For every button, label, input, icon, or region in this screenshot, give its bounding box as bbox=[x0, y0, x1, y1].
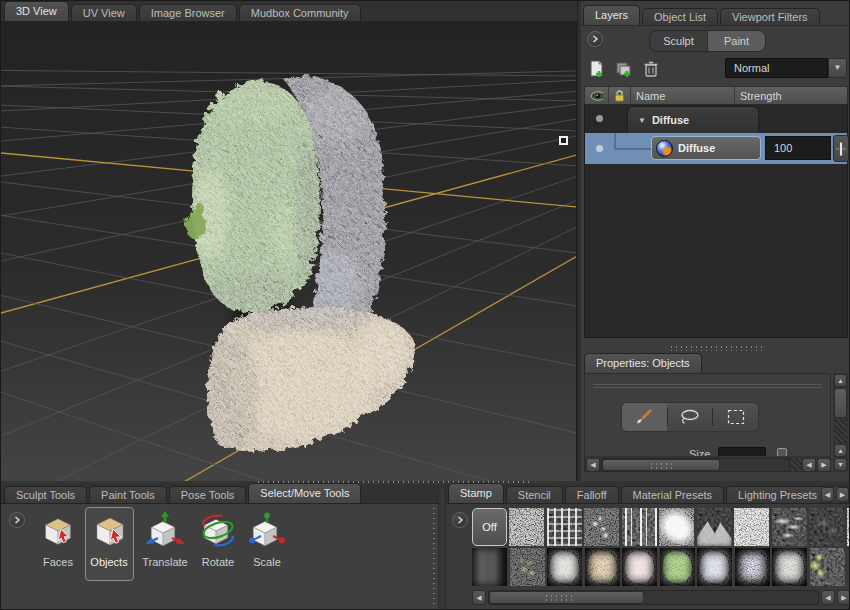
tab-object-list[interactable]: Object List bbox=[642, 8, 718, 25]
stamp-thumbnail-smear[interactable] bbox=[472, 548, 507, 586]
scroll-right-button[interactable]: ▶ bbox=[817, 458, 831, 472]
viewport-resize-handle[interactable] bbox=[559, 136, 568, 145]
tool-objects[interactable]: Objects bbox=[82, 510, 136, 568]
tab-lighting-presets[interactable]: Lighting Presets bbox=[726, 486, 829, 503]
stamp-hscroll-thumb[interactable] bbox=[489, 591, 644, 604]
mudbox-window: 3D ViewUV ViewImage BrowserMudbox Commun… bbox=[0, 0, 850, 610]
stamp-thumbnail-speckle[interactable] bbox=[509, 508, 544, 546]
scroll-down-button[interactable]: ▼ bbox=[834, 458, 847, 471]
tab-select-move-tools[interactable]: Select/Move Tools bbox=[248, 483, 361, 503]
sculpted-head-model[interactable] bbox=[181, 62, 421, 458]
hscroll-thumb[interactable] bbox=[602, 459, 720, 471]
tab-3d-view[interactable]: 3D View bbox=[4, 1, 69, 21]
stamp-thumbnail-mounts[interactable] bbox=[697, 508, 732, 546]
tab-stamp[interactable]: Stamp bbox=[448, 483, 504, 503]
tool-label: Translate bbox=[138, 556, 192, 568]
layer-strength-field[interactable]: 100 bbox=[765, 136, 831, 160]
tab-image-browser[interactable]: Image Browser bbox=[139, 4, 237, 21]
scroll-left-button[interactable]: ◀ bbox=[821, 590, 835, 605]
tool-translate[interactable]: Translate bbox=[138, 510, 192, 568]
stamp-thumbnail-blob[interactable] bbox=[659, 508, 694, 546]
paint-mode-button[interactable]: Paint bbox=[708, 31, 765, 51]
stamp-thumbnail-clumps[interactable] bbox=[584, 508, 619, 546]
layer-visibility-dot[interactable] bbox=[596, 145, 603, 152]
properties-vscrollbar[interactable]: ▲ ▲ ▼ bbox=[833, 373, 848, 472]
stamp-thumbnail-bark[interactable] bbox=[622, 508, 657, 546]
tool-tabbar: Sculpt ToolsPaint ToolsPose ToolsSelect/… bbox=[1, 484, 438, 504]
tab-viewport-filters[interactable]: Viewport Filters bbox=[720, 8, 820, 25]
tool-rotate[interactable]: Rotate bbox=[191, 510, 245, 568]
properties-tab[interactable]: Properties: Objects bbox=[584, 353, 702, 373]
lasso-tool-button[interactable] bbox=[668, 403, 713, 431]
bottom-splitter[interactable] bbox=[438, 484, 446, 610]
stamp-thumbnail-faint[interactable] bbox=[809, 508, 844, 546]
stamp-thumbnail-noise[interactable] bbox=[847, 508, 850, 546]
new-layer-button[interactable] bbox=[587, 59, 607, 83]
name-column-header[interactable]: Name bbox=[631, 87, 735, 105]
stamp-thumbnail-rock[interactable] bbox=[622, 548, 657, 586]
layers-collapse-button[interactable] bbox=[587, 31, 603, 47]
scroll-left-button[interactable]: ◀ bbox=[802, 458, 816, 472]
layer-name-button[interactable]: Diffuse bbox=[651, 136, 761, 160]
tab-falloff[interactable]: Falloff bbox=[565, 486, 619, 503]
delete-layer-button[interactable] bbox=[642, 59, 660, 83]
lasso-icon bbox=[679, 408, 701, 426]
scroll-left-button[interactable]: ◀ bbox=[472, 590, 486, 605]
group-visibility-dot[interactable] bbox=[596, 115, 603, 122]
scroll-up-button[interactable]: ▲ bbox=[834, 374, 847, 387]
stamp-thumbnail-plaid[interactable] bbox=[547, 508, 582, 546]
tab-stencil[interactable]: Stencil bbox=[506, 486, 563, 503]
3d-viewport[interactable] bbox=[1, 22, 577, 481]
lock-column-header[interactable] bbox=[609, 87, 631, 105]
stamp-thumbnail-moss[interactable] bbox=[510, 548, 545, 586]
faces-cube-icon bbox=[37, 510, 79, 548]
tab-paint-tools[interactable]: Paint Tools bbox=[89, 486, 167, 503]
tab-pose-tools[interactable]: Pose Tools bbox=[169, 486, 247, 503]
stamp-thumbnail-rock[interactable] bbox=[772, 548, 807, 586]
stamp-row-1 bbox=[509, 508, 850, 546]
marquee-tool-button[interactable] bbox=[713, 403, 758, 431]
tab-material-presets[interactable]: Material Presets bbox=[621, 486, 724, 503]
stamp-thumbnail-rock[interactable] bbox=[697, 548, 732, 586]
brush-tool-button[interactable] bbox=[622, 403, 667, 431]
tool-faces[interactable]: Faces bbox=[31, 510, 85, 568]
stamp-thumbnail-smudges[interactable] bbox=[772, 508, 807, 546]
tab-mudbox-community[interactable]: Mudbox Community bbox=[239, 4, 361, 21]
tray-collapse-button[interactable] bbox=[452, 512, 468, 528]
blend-mode-dropdown[interactable]: Normal ▼ bbox=[725, 58, 847, 78]
stamp-thumbnail-pebbles[interactable] bbox=[735, 548, 770, 586]
sculpt-paint-toggle[interactable]: Sculpt Paint bbox=[649, 30, 766, 52]
visibility-column-header[interactable] bbox=[585, 87, 609, 105]
tool-scale[interactable]: Scale bbox=[240, 510, 294, 568]
tab-scroll-left-button[interactable]: ◀ bbox=[821, 487, 834, 502]
strength-column-header[interactable]: Strength bbox=[735, 87, 847, 105]
scroll-up-button[interactable]: ▲ bbox=[834, 444, 847, 457]
scroll-left-button[interactable]: ◀ bbox=[586, 458, 600, 472]
layer-group-header[interactable]: ▼ Diffuse bbox=[627, 106, 759, 133]
translate-cube-icon bbox=[144, 510, 186, 548]
sculpt-mode-button[interactable]: Sculpt bbox=[650, 31, 707, 51]
tray-splitter-grip[interactable] bbox=[432, 506, 436, 606]
panel-splitter-grip[interactable] bbox=[669, 345, 763, 351]
properties-hscrollbar[interactable]: ◀ ◀ ▶ bbox=[585, 456, 831, 472]
duplicate-layer-button[interactable] bbox=[614, 59, 634, 83]
stamp-thumbnail-moss2[interactable] bbox=[660, 548, 695, 586]
stamp-thumbnail-noise[interactable] bbox=[734, 508, 769, 546]
tab-scroll-right-button[interactable]: ▶ bbox=[836, 487, 849, 502]
tab-layers[interactable]: Layers bbox=[583, 5, 640, 25]
stamp-thumbnail-rock[interactable] bbox=[547, 548, 582, 586]
tab-scroll-buttons: ◀ ▶ bbox=[821, 487, 849, 502]
stamp-thumbnail-rock[interactable] bbox=[585, 548, 620, 586]
stamp-off-button[interactable]: Off bbox=[472, 508, 507, 546]
group-expand-icon[interactable]: ▼ bbox=[638, 116, 646, 125]
stamp-thumbnail-leaves[interactable] bbox=[810, 548, 845, 586]
dropdown-arrow-button[interactable]: ▼ bbox=[828, 58, 847, 78]
stamp-hscrollbar[interactable]: ◀ ◀ ▶ bbox=[472, 589, 850, 606]
strength-slider-button[interactable] bbox=[833, 135, 849, 162]
tab-uv-view[interactable]: UV View bbox=[71, 4, 137, 21]
tab-sculpt-tools[interactable]: Sculpt Tools bbox=[4, 486, 87, 503]
scroll-right-button[interactable]: ▶ bbox=[837, 590, 850, 605]
vscroll-thumb[interactable] bbox=[834, 388, 847, 418]
layer-group-row[interactable]: ▼ Diffuse bbox=[585, 104, 847, 133]
layer-row-selected[interactable]: Diffuse 100 bbox=[585, 133, 847, 164]
